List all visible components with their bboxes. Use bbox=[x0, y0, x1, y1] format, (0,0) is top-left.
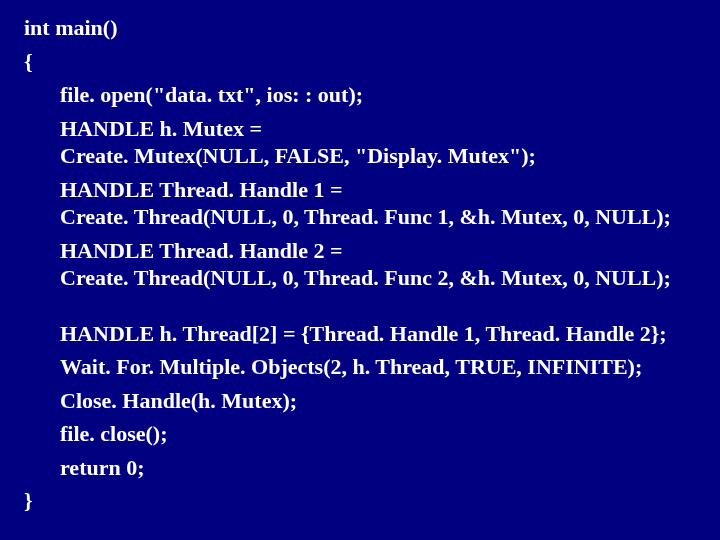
code-line: int main() bbox=[24, 14, 696, 42]
code-line: HANDLE Thread. Handle 1 = bbox=[24, 176, 696, 204]
code-line: file. open("data. txt", ios: : out); bbox=[24, 81, 696, 109]
code-line: Create. Mutex(NULL, FALSE, "Display. Mut… bbox=[24, 142, 696, 170]
code-line: Create. Thread(NULL, 0, Thread. Func 2, … bbox=[24, 264, 696, 292]
code-line: HANDLE Thread. Handle 2 = bbox=[24, 237, 696, 265]
code-line: return 0; bbox=[24, 454, 696, 482]
code-line: file. close(); bbox=[24, 420, 696, 448]
code-slide: int main() { file. open("data. txt", ios… bbox=[0, 0, 720, 540]
code-line: Close. Handle(h. Mutex); bbox=[24, 387, 696, 415]
blank-line bbox=[24, 298, 696, 320]
code-line: HANDLE h. Mutex = bbox=[24, 115, 696, 143]
code-line: Wait. For. Multiple. Objects(2, h. Threa… bbox=[24, 353, 696, 381]
code-line: } bbox=[24, 487, 696, 515]
code-line: { bbox=[24, 48, 696, 76]
code-line: HANDLE h. Thread[2] = {Thread. Handle 1,… bbox=[24, 320, 696, 348]
code-line: Create. Thread(NULL, 0, Thread. Func 1, … bbox=[24, 203, 696, 231]
